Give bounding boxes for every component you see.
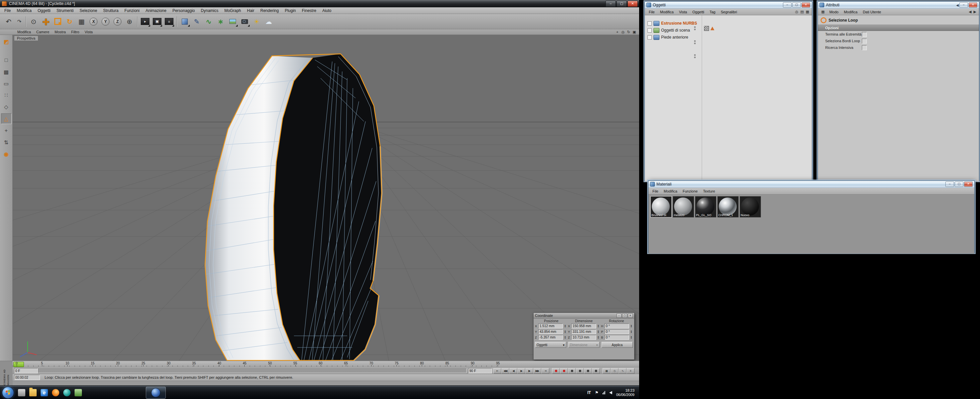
next-frame-icon[interactable]: ▶ (525, 368, 533, 374)
texture-tag-icon[interactable] (704, 26, 709, 31)
viewport-menu-filtro[interactable]: Filtro (68, 30, 82, 34)
attributi-minimize-button[interactable]: – (959, 2, 968, 8)
pos-z-field[interactable]: -5.357 mm (538, 335, 563, 340)
nav-forward-icon[interactable]: ▶ (974, 10, 976, 14)
menu-struttura[interactable]: Struttura (100, 8, 121, 13)
language-indicator[interactable]: IT (587, 390, 591, 395)
toggle-d-icon[interactable]: ≡ (627, 368, 635, 374)
pos-y-spinner[interactable]: ▲▼ (563, 330, 566, 334)
render-view-icon[interactable]: ▸ (139, 16, 151, 28)
attributi-mode-icon[interactable]: ▦ (819, 10, 827, 14)
oggetti-menu-vista[interactable]: Vista (676, 10, 690, 14)
rotate-view-icon[interactable]: ↻ (626, 30, 632, 34)
viewport-canvas[interactable]: Prospettiva (13, 35, 639, 361)
edges-mode-icon[interactable]: ◇ (2, 102, 11, 112)
oggetti-menu-oggetti[interactable]: Oggetti (690, 10, 707, 14)
pos-x-field[interactable]: 1.512 mm (538, 323, 563, 328)
materiali-menu-funzione[interactable]: Funzione (680, 189, 700, 193)
materiali-close-button[interactable]: ✕ (964, 182, 973, 187)
frame-range-track[interactable] (38, 369, 467, 373)
dim-x-spinner[interactable]: ▲▼ (597, 325, 600, 328)
pan-view-icon[interactable]: + (614, 30, 620, 34)
materiali-titlebar[interactable]: Materiali – ▢ ✕ (648, 181, 974, 188)
tree-row-estrusione[interactable]: Estrusione NURBS (645, 20, 697, 27)
apply-button[interactable]: Applica (601, 342, 633, 348)
oggetti-menu-tag[interactable]: Tag (707, 10, 718, 14)
materiali-maximize-button[interactable]: ▢ (955, 182, 963, 187)
dim-y-spinner[interactable]: ▲▼ (597, 330, 600, 334)
menu-rendering[interactable]: Rendering (257, 8, 282, 13)
start-button[interactable] (2, 387, 14, 399)
window-titlebar[interactable]: CINEMA 4D (64 Bit) - [Cyclette.c4d *] – … (0, 0, 639, 7)
zoom-view-icon[interactable]: ◎ (620, 30, 626, 34)
quicklaunch-app-icon[interactable] (18, 389, 25, 396)
rot-h-spinner[interactable]: ▲▼ (630, 325, 633, 328)
add-sky-icon[interactable]: ☁ (262, 16, 275, 28)
play-icon[interactable]: ▶ (517, 368, 525, 374)
quicklaunch-app2-icon[interactable] (75, 389, 82, 396)
toggle-b-icon[interactable]: ◇ (611, 368, 619, 374)
network-icon[interactable] (603, 391, 605, 394)
maximize-button[interactable]: ▢ (616, 1, 627, 7)
pos-z-spinner[interactable]: ▲▼ (563, 336, 566, 339)
add-nurbs-icon[interactable]: ∿ (203, 16, 215, 28)
maximize-view-icon[interactable]: ▣ (632, 30, 637, 34)
selection-tag-icon[interactable] (710, 27, 714, 30)
coordinate-minimize-icon[interactable]: – (616, 314, 622, 318)
attributi-titlebar[interactable]: Attributi ◀ – ✕ (818, 2, 979, 9)
seleziona-bordi-checkbox[interactable] (862, 39, 867, 44)
viewport-view-label[interactable]: Prospettiva (14, 36, 38, 41)
rot-h-field[interactable]: 0 ° (605, 323, 629, 328)
add-primitive-cube-icon[interactable] (179, 16, 191, 28)
explorer-folder-icon[interactable] (29, 389, 37, 396)
coordinate-titlebar[interactable]: Coordinate – ▢ ✕ (534, 313, 634, 318)
material-thumbnail[interactable]: metal20 (673, 196, 694, 217)
menu-strumenti[interactable]: Strumenti (54, 8, 76, 13)
materiali-menu-texture[interactable]: Texture (700, 189, 718, 193)
make-editable-icon[interactable]: ◩ (2, 36, 11, 46)
add-camera-icon[interactable] (239, 16, 251, 28)
coordinate-system-icon[interactable]: ⊕ (124, 16, 135, 28)
lock-x-axis-icon[interactable]: X (88, 16, 100, 28)
record-position-icon[interactable] (568, 368, 576, 374)
materiali-menu-file[interactable]: File (650, 189, 661, 193)
coordinate-close-icon[interactable]: ✕ (628, 314, 633, 318)
menu-modifica[interactable]: Modifica (14, 8, 35, 13)
render-picture-viewer-icon[interactable]: ▣ (151, 16, 163, 28)
timeline-ruler[interactable]: 0 5 10 15 20 25 30 35 40 45 50 55 60 65 … (13, 361, 639, 367)
undo-icon[interactable]: ↶ (3, 16, 14, 28)
size-mode-dropdown[interactable]: Dimensione ▾ (568, 342, 600, 348)
prev-key-icon[interactable]: ◀◀ (501, 368, 509, 374)
notification-flag-icon[interactable]: ⚑ (595, 390, 598, 395)
prev-frame-icon[interactable]: ◀ (509, 368, 517, 374)
move-icon[interactable] (40, 16, 52, 28)
oggetti-titlebar[interactable]: Oggetti – ▢ ✕ (645, 2, 812, 9)
visibility-dots-icon[interactable] (694, 40, 696, 44)
pos-y-field[interactable]: 43.854 mm (538, 329, 563, 334)
dim-y-field[interactable]: 331.191 mm (571, 329, 596, 334)
expand-icon[interactable] (648, 21, 652, 25)
attributi-menu-modo[interactable]: Modo (827, 10, 841, 14)
media-player-icon[interactable] (63, 389, 71, 396)
dim-z-field[interactable]: 10.713 mm (571, 335, 596, 340)
menu-dynamics[interactable]: Dynamics (198, 8, 221, 13)
options-section-header[interactable]: Opzioni (818, 25, 979, 31)
menu-plugin[interactable]: Plugin (282, 8, 299, 13)
object-mode-dropdown[interactable]: Oggetti ▾ (535, 342, 566, 348)
termina-checkbox[interactable] (862, 32, 867, 37)
materiali-minimize-button[interactable]: – (945, 182, 954, 187)
material-thumbnail[interactable]: Brushed St (651, 196, 672, 217)
menu-aiuto[interactable]: Aiuto (319, 8, 334, 13)
menu-personaggio[interactable]: Personaggio (169, 8, 198, 13)
search-icon[interactable]: ◎ (795, 10, 799, 14)
viewport-menu-mostra[interactable]: Mostra (52, 30, 68, 34)
rot-b-spinner[interactable]: ▲▼ (630, 336, 633, 339)
nav-back-icon[interactable]: ◀ (969, 10, 971, 14)
live-selection-icon[interactable]: ⊙ (28, 16, 40, 28)
oggetti-menu-segnalibri[interactable]: Segnalibri (718, 10, 740, 14)
menu-selezione[interactable]: Selezione (76, 8, 100, 13)
menu-funzioni[interactable]: Funzioni (121, 8, 142, 13)
attributi-menu-modifica[interactable]: Modifica (841, 10, 860, 14)
firefox-icon[interactable] (52, 389, 59, 396)
layers-icon[interactable]: ▦ (806, 10, 809, 14)
